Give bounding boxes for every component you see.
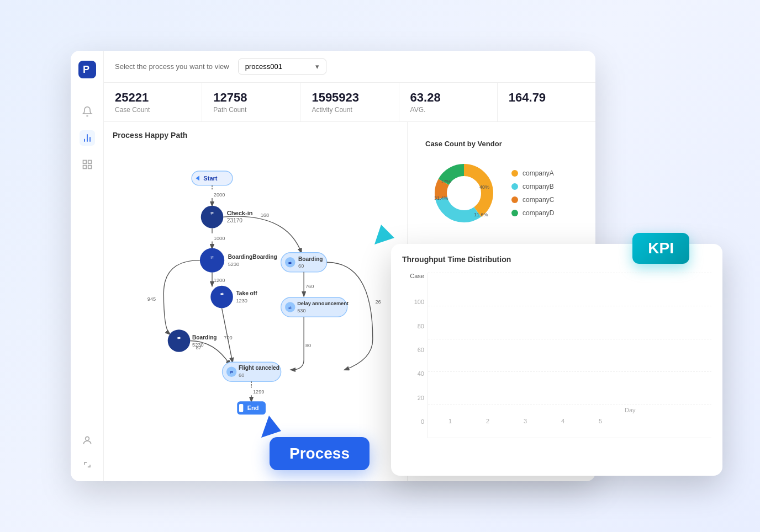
scene: P xyxy=(49,29,711,503)
svg-text:700: 700 xyxy=(224,335,232,341)
svg-point-71 xyxy=(447,177,481,210)
y-label-0: 0 xyxy=(402,418,424,425)
svg-text:31.4%: 31.4% xyxy=(434,195,448,201)
svg-rect-7 xyxy=(88,166,91,169)
user-icon[interactable] xyxy=(80,433,95,448)
process-value: process001 xyxy=(245,62,282,71)
svg-text:Check-in: Check-in xyxy=(227,210,253,217)
flight-canceled-node[interactable]: ⇄ Flight canceled 60 xyxy=(222,363,281,382)
chart-icon[interactable] xyxy=(80,130,95,146)
y-label-100: 100 xyxy=(402,299,424,305)
svg-point-39 xyxy=(168,330,191,353)
process-dropdown[interactable]: process001 ▾ xyxy=(238,58,326,75)
dropdown-arrow-icon: ▾ xyxy=(315,62,319,71)
flow-container: Start 2000 ⇄ Check-in 23170 xyxy=(113,146,398,471)
svg-marker-77 xyxy=(261,416,281,438)
start-node[interactable]: Start xyxy=(192,171,233,185)
grid-line-40 xyxy=(428,371,711,372)
bar-group-4: 4 xyxy=(550,412,576,424)
svg-text:5230: 5230 xyxy=(228,262,240,267)
svg-text:Delay announcement: Delay announcement xyxy=(297,301,349,306)
kpi-badge: KPI xyxy=(632,233,689,264)
svg-point-9 xyxy=(85,437,89,440)
svg-text:23170: 23170 xyxy=(227,218,243,224)
svg-text:Boarding: Boarding xyxy=(298,256,323,262)
svg-text:BoardingBoarding: BoardingBoarding xyxy=(228,254,277,260)
x-label-2: 2 xyxy=(486,418,489,424)
x-label-3: 3 xyxy=(524,418,527,424)
svg-point-31 xyxy=(200,248,224,273)
avg-card: 63.28 AVG. xyxy=(399,83,498,121)
process-flow-title: Process Happy Path xyxy=(113,131,398,140)
svg-point-44 xyxy=(210,286,233,308)
svg-text:⇄: ⇄ xyxy=(210,211,214,216)
cursor-teal-icon xyxy=(374,225,394,247)
layout-icon[interactable] xyxy=(80,157,95,172)
cursor-blue-icon xyxy=(261,416,281,440)
end-node[interactable]: End xyxy=(237,402,266,415)
bar-group-2: 2 xyxy=(474,412,501,424)
svg-text:1299: 1299 xyxy=(253,390,265,395)
donut-chart-svg: 17% 40% 31.4% 11.6% xyxy=(425,155,503,232)
activity-count-label: Activity Count xyxy=(312,106,387,114)
legend-dot-companyB xyxy=(511,183,518,190)
legend-dot-companyA xyxy=(511,170,518,177)
svg-text:⇄: ⇄ xyxy=(177,336,181,341)
svg-text:P: P xyxy=(83,64,89,75)
grid-line-20 xyxy=(428,405,711,405)
svg-text:80: 80 xyxy=(305,343,311,348)
activity-count-number: 1595923 xyxy=(312,91,387,105)
svg-text:⇄: ⇄ xyxy=(220,292,224,297)
y-label-40: 40 xyxy=(402,370,424,377)
app-logo: P xyxy=(77,60,97,79)
flow-diagram: Start 2000 ⇄ Check-in 23170 xyxy=(113,146,398,471)
takeoff-node[interactable]: ⇄ Take off 1230 xyxy=(210,286,257,308)
avg-label: AVG. xyxy=(410,106,486,114)
svg-text:2000: 2000 xyxy=(214,193,225,198)
bar-groups: 1 2 3 4 5 xyxy=(437,273,703,424)
svg-text:530: 530 xyxy=(297,308,305,313)
donut-chart-panel: Case Count by Vendor xyxy=(416,131,587,241)
legend-item-companyC: companyC xyxy=(511,196,554,204)
boarding-top-node[interactable]: ⇄ Boarding 60 xyxy=(281,253,327,272)
delay-node[interactable]: ⇄ Delay announcement 530 xyxy=(281,297,349,317)
bar-group-3: 3 xyxy=(512,412,539,424)
legend-dot-companyD xyxy=(511,210,518,216)
activity-count-card: 1595923 Activity Count xyxy=(300,83,399,121)
legend-label-companyB: companyB xyxy=(522,183,554,190)
grid-line-80 xyxy=(428,306,711,306)
svg-text:1200: 1200 xyxy=(214,278,225,284)
sidebar: P xyxy=(71,51,104,481)
case-count-label: Case Count xyxy=(115,106,191,114)
grid-line-60 xyxy=(428,339,711,339)
expand-icon[interactable] xyxy=(80,457,95,472)
path-count-number: 12758 xyxy=(213,91,289,105)
svg-point-18 xyxy=(201,206,224,228)
legend-item-companyA: companyA xyxy=(511,169,554,177)
svg-rect-6 xyxy=(88,161,91,164)
case-count-number: 25221 xyxy=(115,91,191,105)
process-select-label: Select the process you want to view xyxy=(115,62,229,71)
path-count-card: 12758 Path Count xyxy=(202,83,300,121)
svg-text:60: 60 xyxy=(298,264,304,269)
donut-area: 17% 40% 31.4% 11.6% companyA xyxy=(425,155,578,232)
path-count-label: Path Count xyxy=(213,106,289,114)
chart-legend: companyA companyB companyC xyxy=(511,169,554,217)
y-label-60: 60 xyxy=(402,347,424,353)
y-axis: 0 20 40 60 80 100 Case xyxy=(402,273,424,438)
y-label-80: 80 xyxy=(402,323,424,329)
y-axis-label: Case xyxy=(402,273,424,279)
svg-text:1230: 1230 xyxy=(236,299,247,304)
kpi-window: KPI Throughput Time Distribution 0 20 40… xyxy=(391,244,722,476)
svg-text:Start: Start xyxy=(203,175,218,182)
x-label-1: 1 xyxy=(448,418,452,424)
notifications-icon[interactable] xyxy=(80,104,95,119)
svg-rect-8 xyxy=(83,166,86,169)
header: Select the process you want to view proc… xyxy=(104,51,595,83)
x-label-5: 5 xyxy=(599,418,602,424)
boardingboarding-node[interactable]: ⇄ BoardingBoarding 5230 xyxy=(200,248,277,273)
svg-text:26: 26 xyxy=(375,299,381,305)
svg-text:11.6%: 11.6% xyxy=(474,212,488,217)
svg-text:40%: 40% xyxy=(479,184,489,190)
svg-text:945: 945 xyxy=(147,297,156,302)
